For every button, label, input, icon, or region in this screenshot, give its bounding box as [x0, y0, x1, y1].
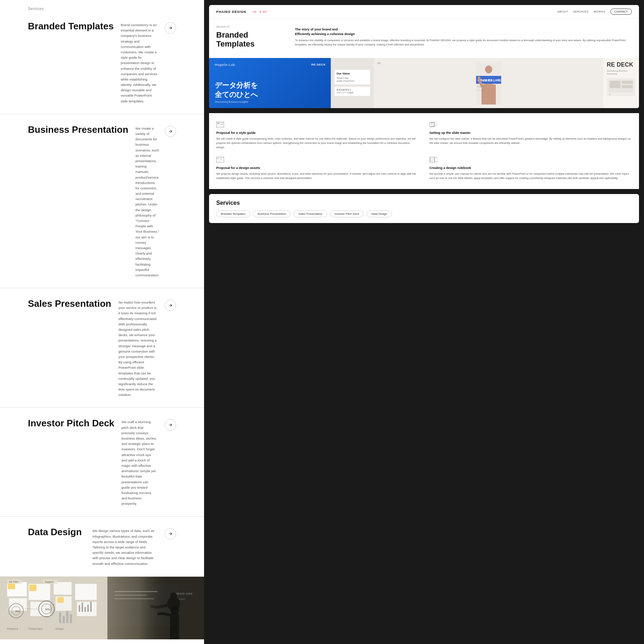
svg-rect-19 [63, 616, 65, 623]
tag-business[interactable]: Business Presentation [253, 210, 291, 217]
style-guide-icon [216, 122, 223, 127]
mock-hero-left: Service #1 BrandedTemplates [216, 25, 288, 53]
photo-whiteboard: 360 500 Product A Pro [0, 577, 107, 639]
svg-text:Support: Support [45, 581, 54, 584]
mock-slides-row: Hogetie Lab RE DECK データ分析を全てのひとへ Discove… [209, 58, 639, 108]
svg-text:AR Filter: AR Filter [9, 581, 19, 583]
service-desc-investor: We craft a stunning pitch deck that prec… [121, 418, 158, 506]
service-desc-business: We create a variety of documents for bus… [135, 124, 159, 278]
service-arrow-investor[interactable] [165, 419, 176, 431]
svg-rect-2 [9, 598, 27, 611]
svg-text:Product A: Product A [7, 628, 18, 630]
photo-section: 360 500 Product A Pro [0, 577, 204, 639]
mock-hero: Service #1 BrandedTemplates The story of… [209, 19, 639, 53]
how-we-work-section: How we work [0, 639, 204, 644]
slide-white2: 05 業界経験豊富な仲間に、求めること。 業来科学 データ解析 [374, 58, 603, 108]
lang-en[interactable]: EN [263, 10, 267, 13]
svg-rect-98 [220, 158, 223, 158]
rulebook-icon [430, 157, 437, 163]
svg-rect-31 [90, 602, 92, 612]
nav-contact[interactable]: CONTACT [610, 9, 632, 15]
redeck-title: RE DECK [607, 62, 635, 68]
feature-title-0: Proposal for a style guide [216, 131, 419, 135]
slide-blue: Hogetie Lab RE DECK データ分析を全てのひとへ Discove… [209, 58, 331, 108]
svg-rect-29 [84, 607, 86, 612]
feature-text-2: We propose design assets, including stoc… [216, 172, 419, 180]
feature-slide-master: Setting up the slide master We will conf… [430, 122, 632, 150]
mock-service-num: Service #1 [216, 25, 288, 28]
svg-rect-27 [79, 605, 80, 612]
svg-rect-106 [431, 160, 433, 161]
svg-rect-91 [217, 125, 223, 126]
mock-logo: PHAINO DESIGN [216, 10, 246, 14]
nav-works[interactable]: WORKS [594, 10, 605, 13]
feature-style-guide: Proposal for a style guide We will creat… [216, 122, 419, 150]
service-arrow-sales[interactable] [165, 300, 176, 311]
bottom-services-title: Services [216, 200, 632, 206]
svg-text:360: 360 [15, 610, 20, 613]
mock-hero-text: To enhance the visibility of companies o… [295, 38, 632, 47]
service-arrow-branded[interactable] [165, 22, 176, 34]
mock-nav-links: ABOUT SERVICES WORKS CONTACT [557, 9, 632, 15]
tag-sales[interactable]: Sales Presentation [294, 210, 327, 217]
service-title-sales: Sales Presentation [28, 298, 111, 309]
service-item-sales: Sales Presentation No matter how excelle… [0, 288, 204, 408]
svg-rect-103 [435, 158, 437, 162]
service-arrow-data[interactable] [165, 528, 176, 539]
feature-text-3: We provide a simple user manual for clie… [430, 172, 632, 180]
svg-rect-92 [217, 126, 221, 127]
service-title-branded: Branded Templates [28, 21, 113, 32]
service-item-investor: Investor Pitch Deck We craft a stunning … [0, 408, 204, 517]
svg-rect-101 [217, 161, 221, 162]
slide-card-2: 業界経験豊富なデザイナーが制作 [334, 87, 370, 96]
lang-ja[interactable]: JA [253, 10, 256, 13]
svg-rect-10 [29, 585, 37, 591]
svg-point-46 [170, 606, 179, 615]
svg-rect-100 [217, 160, 223, 161]
service-arrow-business[interactable] [165, 126, 176, 137]
redeck-sub: Discovering BusinessReasoning [607, 69, 635, 76]
feature-title-3: Creating a design rulebook [430, 166, 632, 170]
bottom-services: Services Branded Templates Business Pres… [209, 194, 639, 223]
services-label: Services [0, 0, 204, 11]
mock-features: Proposal for a style guide We will creat… [209, 113, 639, 189]
nav-services[interactable]: SERVICES [573, 10, 589, 13]
mock-hero-subtitle: The story of your brand andEfficiently a… [295, 27, 632, 36]
svg-rect-30 [87, 605, 89, 612]
slide-blue-sub: Discovering Business Insights [215, 101, 325, 103]
svg-rect-90 [221, 124, 223, 125]
bottom-services-tags: Branded Templates Business Presentation … [216, 210, 632, 217]
svg-text:Product B(s): Product B(s) [29, 628, 43, 630]
service-title-business: Business Presentation [28, 124, 128, 135]
svg-point-78 [485, 66, 492, 73]
svg-rect-85 [622, 85, 633, 88]
mock-hero-right: The story of your brand andEfficiently a… [295, 25, 632, 53]
mock-lang: JA · ● EN [253, 10, 267, 13]
feature-rulebook: Creating a design rulebook We provide a … [430, 157, 632, 180]
svg-rect-94 [430, 123, 434, 125]
svg-rect-21 [70, 614, 72, 623]
service-title-data: Data Design [28, 527, 85, 538]
design-assets-icon [216, 157, 223, 163]
service-item-data: Data Design We design various types of d… [0, 517, 204, 576]
svg-text:業来科学: 業来科学 [477, 86, 484, 88]
tag-data[interactable]: Data Design [367, 210, 392, 217]
slide-blue-jp: データ分析を全てのひとへ [215, 81, 325, 99]
svg-text:データ解析: データ解析 [477, 89, 486, 91]
svg-rect-84 [622, 81, 633, 84]
feature-text-1: We will configure the slide master, a fe… [430, 137, 632, 145]
slide-redeck: RE DECK Discovering BusinessReasoning 04 [603, 58, 639, 108]
slide-blue-logo: Hogetie Lab [215, 63, 235, 67]
tag-investor[interactable]: Investor Pitch Deck [330, 210, 364, 217]
svg-rect-83 [610, 81, 620, 88]
feature-design-assets: Proposal for a design assets We propose … [216, 157, 419, 180]
nav-about[interactable]: ABOUT [557, 10, 568, 13]
tag-branded[interactable]: Branded Templates [216, 210, 250, 217]
svg-rect-18 [59, 612, 61, 623]
svg-rect-20 [66, 611, 68, 623]
svg-text:04: 04 [609, 93, 611, 96]
svg-rect-89 [221, 122, 223, 123]
svg-rect-45 [107, 577, 172, 639]
svg-rect-105 [431, 159, 434, 160]
svg-rect-28 [82, 602, 83, 612]
